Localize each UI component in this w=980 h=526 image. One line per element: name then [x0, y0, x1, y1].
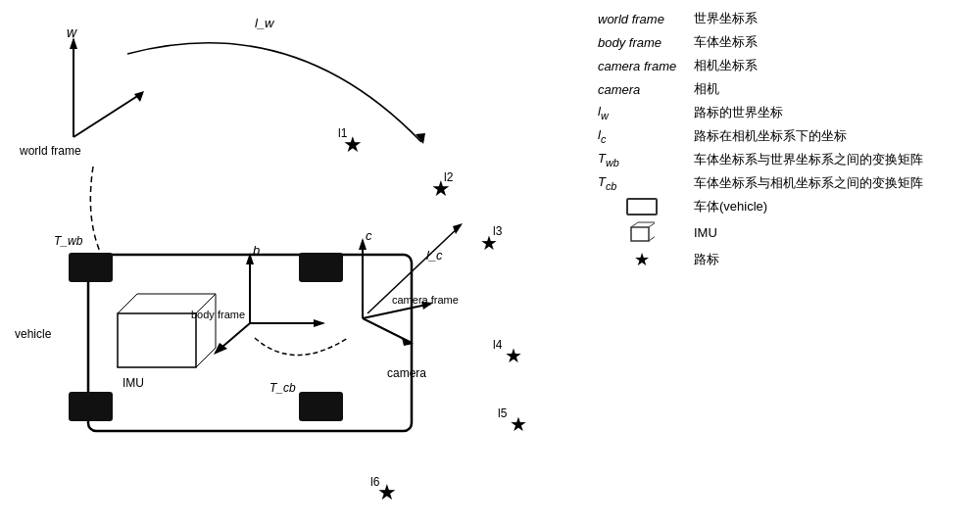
imu-legend-icon — [598, 221, 686, 243]
star-legend-icon: ★ — [598, 249, 686, 270]
legend-value-twb: 车体坐标系与世界坐标系之间的变换矩阵 — [694, 151, 923, 168]
svg-rect-11 — [118, 313, 196, 367]
legend-row-body-frame: body frame 车体坐标系 — [598, 33, 970, 51]
legend-row-camera-frame: camera frame 相机坐标系 — [598, 57, 970, 74]
l2-label: l2 — [444, 170, 454, 184]
svg-rect-10 — [299, 392, 343, 421]
lw-label: l_w — [255, 16, 275, 30]
twb-label: T_wb — [54, 234, 83, 248]
legend-key-camera-frame: camera frame — [598, 59, 686, 73]
legend-key-lc: lc — [598, 127, 686, 145]
legend-row-star: ★ 路标 — [598, 249, 970, 270]
legend-key-camera: camera — [598, 82, 686, 97]
svg-line-33 — [649, 222, 655, 227]
camera-frame-label: camera frame — [392, 294, 459, 306]
legend-key-world-frame: world frame — [598, 12, 686, 26]
legend-key-tcb: Tcb — [598, 174, 686, 192]
legend-value-vehicle: 车体(vehicle) — [694, 198, 767, 215]
legend-value-camera-frame: 相机坐标系 — [694, 57, 758, 74]
w-label: w — [67, 24, 77, 40]
vehicle-label: vehicle — [15, 327, 52, 341]
legend-value-body-frame: 车体坐标系 — [694, 33, 758, 51]
svg-marker-30 — [453, 223, 463, 234]
svg-rect-7 — [69, 253, 113, 282]
legend-key-body-frame: body frame — [598, 35, 686, 50]
legend-value-tcb: 车体坐标系与相机坐标系之间的变换矩阵 — [694, 174, 923, 192]
legend-row-lw: lw 路标的世界坐标 — [598, 104, 970, 121]
legend-key-lw: lw — [598, 104, 686, 121]
lc-label: l_c — [426, 248, 443, 263]
legend-row-tcb: Tcb 车体坐标系与相机坐标系之间的变换矩阵 — [598, 174, 970, 192]
l3-label: l3 — [493, 224, 503, 238]
svg-rect-9 — [69, 392, 113, 421]
svg-rect-8 — [299, 253, 343, 282]
legend-value-camera: 相机 — [694, 80, 719, 98]
svg-marker-4 — [416, 133, 425, 144]
tcb-label: T_cb — [270, 381, 296, 395]
svg-rect-31 — [631, 227, 649, 241]
world-frame-label: world frame — [19, 144, 81, 158]
legend-key-twb: Twb — [598, 151, 686, 168]
star-icon: ★ — [634, 249, 650, 270]
vehicle-rect-icon — [626, 198, 658, 215]
body-frame-label: body frame — [191, 309, 245, 320]
c-label: c — [366, 228, 372, 243]
legend-value-imu: IMU — [694, 225, 717, 240]
b-label: b — [253, 243, 260, 258]
legend-value-lw: 路标的世界坐标 — [694, 104, 783, 121]
legend-row-lc: lc 路标在相机坐标系下的坐标 — [598, 127, 970, 145]
legend-panel: world frame 世界坐标系 body frame 车体坐标系 camer… — [598, 10, 970, 276]
vehicle-legend-icon — [598, 198, 686, 215]
legend-row-imu: IMU — [598, 221, 970, 243]
legend-value-lc: 路标在相机坐标系下的坐标 — [694, 127, 847, 145]
legend-value-world-frame: 世界坐标系 — [694, 10, 758, 27]
svg-line-34 — [649, 236, 655, 241]
camera-label: camera — [387, 366, 426, 380]
legend-row-world-frame: world frame 世界坐标系 — [598, 10, 970, 27]
legend-row-camera: camera 相机 — [598, 80, 970, 98]
legend-value-star: 路标 — [694, 251, 719, 268]
l1-label: l1 — [338, 126, 348, 140]
legend-row-vehicle: 车体(vehicle) — [598, 198, 970, 215]
legend-row-twb: Twb 车体坐标系与世界坐标系之间的变换矩阵 — [598, 151, 970, 168]
imu-box-icon — [629, 221, 655, 243]
svg-line-2 — [74, 93, 142, 137]
imu-label: IMU — [122, 376, 144, 390]
